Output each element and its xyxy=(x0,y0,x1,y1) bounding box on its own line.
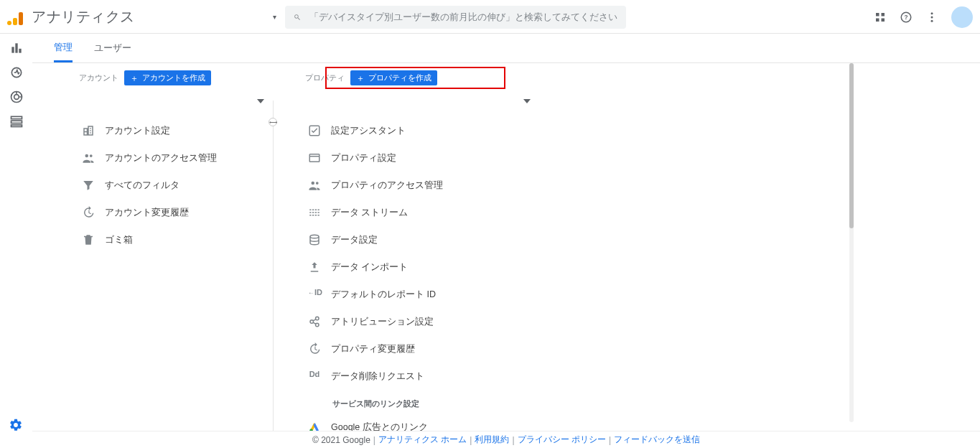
account-access-mgmt[interactable]: アカウントのアクセス管理 xyxy=(79,144,273,172)
account-change-history[interactable]: アカウント変更履歴 xyxy=(79,199,273,226)
trash-icon xyxy=(82,233,95,246)
advertising-icon[interactable] xyxy=(9,90,24,104)
svg-rect-9 xyxy=(11,47,14,52)
scrollbar[interactable] xyxy=(849,63,854,422)
analytics-logo-icon xyxy=(7,8,24,25)
svg-rect-16 xyxy=(11,121,22,123)
help-icon[interactable]: ? xyxy=(900,11,913,24)
svg-point-6 xyxy=(931,12,933,14)
create-account-label: アカウントを作成 xyxy=(142,73,205,83)
check-box-icon xyxy=(308,124,321,137)
logo-area: アナリティクス xyxy=(7,7,135,27)
all-filters[interactable]: すべてのフィルタ xyxy=(79,172,273,199)
report-id-icon: ←ID xyxy=(308,288,321,301)
footer-terms-link[interactable]: 利用規約 xyxy=(475,434,509,446)
svg-point-8 xyxy=(931,19,933,22)
dd-icon: Dd xyxy=(308,370,321,383)
search-icon xyxy=(294,11,301,23)
svg-point-28 xyxy=(310,235,319,238)
plus-icon: ＋ xyxy=(356,74,365,83)
svg-rect-3 xyxy=(882,18,885,22)
svg-point-23 xyxy=(312,182,315,185)
attribution-icon xyxy=(308,315,321,328)
admin-gear-icon[interactable] xyxy=(9,418,23,432)
left-nav-rail xyxy=(0,34,32,448)
people-icon xyxy=(308,179,321,192)
search-input[interactable]: 「デバイスタイプ別ユーザー数の前月比の伸び」と検索してみてください xyxy=(285,6,626,29)
page-footer: © 2021 Google | アナリティクス ホーム | 利用規約 | プライ… xyxy=(32,431,980,448)
create-property-button[interactable]: ＋ プロパティを作成 xyxy=(350,70,437,85)
tab-user[interactable]: ユーザー xyxy=(94,34,131,62)
svg-point-19 xyxy=(90,154,93,157)
create-account-button[interactable]: ＋ アカウントを作成 xyxy=(124,70,211,85)
caret-down-icon xyxy=(523,99,531,103)
svg-rect-21 xyxy=(309,154,319,162)
admin-columns: アカウント ＋ アカウントを作成 アカウント設定 アカウントのアクセス管理 すべ… xyxy=(32,63,849,431)
data-settings[interactable]: データ設定 xyxy=(305,226,539,253)
default-report-id[interactable]: ←ID デフォルトのレポート ID xyxy=(305,281,539,308)
account-selector-dropdown[interactable] xyxy=(79,91,273,111)
svg-rect-1 xyxy=(882,13,885,17)
property-change-history[interactable]: プロパティ変更履歴 xyxy=(305,335,539,363)
trash[interactable]: ゴミ箱 xyxy=(79,226,273,253)
footer-copyright: © 2021 Google xyxy=(312,435,370,445)
svg-rect-2 xyxy=(876,18,879,22)
search-placeholder: 「デバイスタイプ別ユーザー数の前月比の伸び」と検索してみてください xyxy=(309,11,617,24)
card-icon xyxy=(308,151,321,164)
account-settings[interactable]: アカウント設定 xyxy=(79,117,273,144)
svg-point-14 xyxy=(14,95,19,100)
app-header: アナリティクス ▾ 「デバイスタイプ別ユーザー数の前月比の伸び」と検索してみてく… xyxy=(0,0,980,34)
svg-rect-0 xyxy=(876,13,879,17)
svg-point-18 xyxy=(85,154,89,158)
reports-icon[interactable] xyxy=(9,41,24,55)
footer-feedback-link[interactable]: フィードバックを送信 xyxy=(614,434,700,446)
scrollbar-thumb[interactable] xyxy=(849,63,854,228)
data-streams[interactable]: データ ストリーム xyxy=(305,199,539,226)
svg-rect-15 xyxy=(11,116,22,118)
footer-privacy-link[interactable]: プライバシー ポリシー xyxy=(518,434,606,446)
streams-icon xyxy=(308,206,321,219)
linking-section-title: サービス間のリンク設定 xyxy=(305,390,539,414)
configure-icon[interactable] xyxy=(9,114,24,129)
admin-tabs: 管理 ユーザー xyxy=(32,34,980,63)
history-icon xyxy=(308,342,321,355)
database-icon xyxy=(308,233,321,246)
caret-down-icon: ▾ xyxy=(273,13,276,21)
user-avatar[interactable] xyxy=(951,6,973,28)
building-icon xyxy=(82,124,95,137)
property-menu: 設定アシスタント プロパティ設定 プロパティのアクセス管理 データ ストリーム … xyxy=(287,117,539,431)
svg-rect-17 xyxy=(11,125,22,127)
account-selector[interactable]: ▾ xyxy=(273,13,276,21)
account-header-label: アカウント xyxy=(79,73,118,83)
caret-down-icon xyxy=(257,99,264,103)
account-column: アカウント ＋ アカウントを作成 アカウント設定 アカウントのアクセス管理 すべ… xyxy=(32,63,273,431)
attribution-settings[interactable]: アトリビューション設定 xyxy=(305,308,539,335)
svg-rect-11 xyxy=(19,49,21,53)
property-settings[interactable]: プロパティ設定 xyxy=(305,144,539,172)
data-deletion-requests[interactable]: Dd データ削除リクエスト xyxy=(305,363,539,390)
svg-rect-10 xyxy=(15,43,17,52)
property-access-mgmt[interactable]: プロパティのアクセス管理 xyxy=(305,172,539,199)
plus-icon: ＋ xyxy=(130,74,139,83)
property-column: プロパティ ＋ プロパティを作成 設定アシスタント プロパティ設定 プロパティの… xyxy=(274,63,539,431)
apps-diagnostic-icon[interactable] xyxy=(874,11,887,24)
setup-assistant[interactable]: 設定アシスタント xyxy=(305,117,539,144)
data-import[interactable]: データ インポート xyxy=(305,253,539,281)
people-icon xyxy=(82,151,95,164)
filter-icon xyxy=(82,179,95,192)
svg-text:?: ? xyxy=(904,14,907,21)
property-selector-dropdown[interactable] xyxy=(287,91,539,111)
svg-point-24 xyxy=(316,182,319,185)
more-vert-icon[interactable] xyxy=(925,11,938,24)
google-ads-icon xyxy=(308,421,321,431)
app-title: アナリティクス xyxy=(32,7,135,27)
google-ads-link[interactable]: Google 広告とのリンク xyxy=(305,414,539,431)
account-menu: アカウント設定 アカウントのアクセス管理 すべてのフィルタ アカウント変更履歴 … xyxy=(79,117,273,253)
footer-home-link[interactable]: アナリティクス ホーム xyxy=(378,434,467,446)
property-header-label: プロパティ xyxy=(305,73,345,83)
explore-icon[interactable] xyxy=(9,65,24,80)
upload-icon xyxy=(308,261,321,274)
history-icon xyxy=(82,206,95,219)
tab-admin[interactable]: 管理 xyxy=(54,34,73,62)
svg-point-7 xyxy=(931,16,933,18)
